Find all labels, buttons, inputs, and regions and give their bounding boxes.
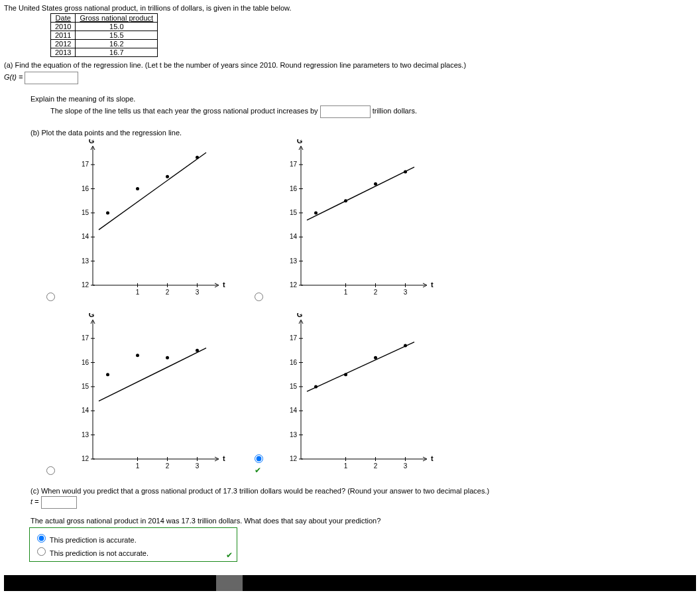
svg-line-101 <box>307 342 414 392</box>
svg-text:13: 13 <box>290 257 298 265</box>
svg-text:t: t <box>431 281 434 289</box>
svg-text:16: 16 <box>290 185 298 192</box>
opt-accurate-label: This prediction is accurate. <box>50 536 137 544</box>
plot-b: 121314151617123Gt <box>268 139 434 305</box>
svg-text:3: 3 <box>404 289 408 296</box>
plot-option-d[interactable] <box>255 454 263 463</box>
opt-not-accurate-label: This prediction is not accurate. <box>50 549 148 557</box>
svg-text:13: 13 <box>290 431 298 438</box>
svg-text:17: 17 <box>290 161 298 168</box>
prediction-choices: This prediction is accurate. This predic… <box>29 527 237 562</box>
pred-accurate[interactable] <box>37 534 46 543</box>
gnp-table: DateGross national product 201015.0 2011… <box>50 13 158 57</box>
svg-point-50 <box>374 182 377 186</box>
svg-point-102 <box>314 385 318 388</box>
plot-c: 121314151617123Gt <box>60 313 225 479</box>
svg-text:17: 17 <box>82 334 89 342</box>
slope-sentence-pre: The slope of the line tells us that each… <box>50 107 320 115</box>
svg-text:15: 15 <box>82 383 89 390</box>
slope-input[interactable] <box>320 105 371 118</box>
svg-text:14: 14 <box>82 233 89 240</box>
svg-text:13: 13 <box>82 257 89 265</box>
svg-text:14: 14 <box>82 407 89 414</box>
plot-a: 121314151617123Gt <box>60 139 225 305</box>
svg-text:G: G <box>89 139 95 145</box>
table-row: 201216.2 <box>51 40 158 48</box>
svg-point-75 <box>106 373 109 376</box>
svg-point-48 <box>314 211 318 214</box>
part-a-prompt: (a) Find the equation of the regression … <box>4 61 696 69</box>
svg-text:1: 1 <box>344 289 348 296</box>
plot-option-a[interactable] <box>46 293 55 301</box>
intro-text: The United States gross national product… <box>4 4 696 12</box>
svg-text:17: 17 <box>290 334 298 342</box>
table-row: 201015.0 <box>51 23 158 31</box>
pred-not-accurate[interactable] <box>37 547 46 556</box>
svg-point-76 <box>136 354 139 357</box>
svg-text:G: G <box>297 313 303 318</box>
svg-point-23 <box>166 175 169 178</box>
svg-text:t: t <box>223 454 225 462</box>
svg-text:3: 3 <box>196 289 200 296</box>
svg-line-20 <box>99 153 206 230</box>
svg-text:1: 1 <box>136 462 140 470</box>
svg-point-77 <box>166 356 169 360</box>
svg-text:3: 3 <box>196 462 200 470</box>
svg-text:12: 12 <box>290 281 298 289</box>
check-icon: ✔ <box>255 466 261 475</box>
svg-text:2: 2 <box>166 289 170 296</box>
svg-point-21 <box>106 211 109 214</box>
svg-text:12: 12 <box>82 281 89 289</box>
part-b-prompt: (b) Plot the data points and the regress… <box>30 129 696 137</box>
svg-text:16: 16 <box>82 359 89 366</box>
explain-heading: Explain the meaning of its slope. <box>30 95 696 103</box>
svg-text:13: 13 <box>82 431 89 438</box>
svg-point-105 <box>404 344 407 348</box>
svg-line-47 <box>307 167 414 220</box>
svg-line-74 <box>99 348 206 401</box>
svg-text:14: 14 <box>290 407 298 414</box>
svg-point-51 <box>404 170 407 174</box>
svg-text:2: 2 <box>374 462 378 470</box>
plot-d: 121314151617123Gt <box>268 313 434 479</box>
svg-text:16: 16 <box>290 359 298 366</box>
svg-text:G: G <box>89 313 95 318</box>
t-lhs: t = <box>30 497 39 505</box>
svg-text:12: 12 <box>290 455 298 462</box>
equation-lhs: G(t) = <box>4 73 23 81</box>
svg-text:14: 14 <box>290 233 298 240</box>
equation-input[interactable] <box>25 72 78 84</box>
plot-option-b[interactable] <box>255 293 263 301</box>
svg-text:3: 3 <box>404 462 408 470</box>
plot-option-c[interactable] <box>46 466 55 475</box>
svg-point-49 <box>344 199 347 202</box>
svg-text:2: 2 <box>374 289 378 296</box>
actual-prompt: The actual gross national product in 201… <box>30 517 696 525</box>
col-date: Date <box>51 14 76 23</box>
svg-text:16: 16 <box>82 185 89 192</box>
table-row: 201316.7 <box>51 48 158 57</box>
svg-text:G: G <box>297 139 303 145</box>
col-gnp: Gross national product <box>76 14 158 23</box>
svg-point-22 <box>136 187 139 190</box>
svg-text:15: 15 <box>290 209 298 216</box>
svg-text:15: 15 <box>290 383 298 390</box>
svg-text:17: 17 <box>82 161 89 168</box>
svg-text:t: t <box>431 454 434 462</box>
svg-text:t: t <box>223 281 225 289</box>
svg-text:1: 1 <box>136 289 140 296</box>
part-c-prompt: (c) When would you predict that a gross … <box>30 487 696 495</box>
svg-text:2: 2 <box>166 462 170 470</box>
footer-bar <box>4 575 696 591</box>
svg-point-103 <box>344 373 347 376</box>
svg-point-104 <box>374 356 377 360</box>
slope-sentence-post: trillion dollars. <box>373 107 417 115</box>
t-input[interactable] <box>41 496 77 509</box>
svg-text:1: 1 <box>344 462 348 470</box>
svg-point-78 <box>196 349 199 352</box>
table-row: 201115.5 <box>51 31 158 40</box>
footer-indicator <box>216 575 243 591</box>
svg-text:15: 15 <box>82 209 89 216</box>
svg-point-24 <box>196 156 199 159</box>
svg-text:12: 12 <box>82 455 89 462</box>
